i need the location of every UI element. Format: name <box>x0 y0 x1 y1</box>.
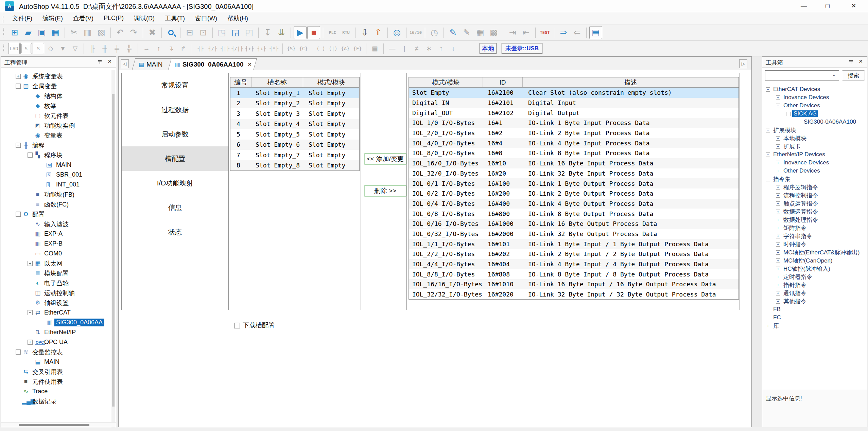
toolbox-tree-item[interactable]: +定时器指令 <box>762 273 864 281</box>
expand-icon[interactable]: − <box>776 104 780 108</box>
project-tree-hscrollbar[interactable] <box>1 422 116 427</box>
module-table-row[interactable]: IOL_0/2_I/O-Bytes16#200IO-Link 2 Byte Ou… <box>409 188 739 199</box>
config-nav-item[interactable]: 常规设置 <box>122 73 228 97</box>
edit-doc-button[interactable]: ✎ <box>460 26 473 39</box>
expand-icon[interactable]: − <box>16 212 21 217</box>
tree-item[interactable]: ◐电子凸轮 <box>1 278 109 288</box>
window-config-button[interactable]: ◰ <box>243 26 256 39</box>
delete-button[interactable]: ✖ <box>146 26 159 39</box>
toolbox-tree-item[interactable]: +数据处理指令 <box>762 216 864 224</box>
paste-button[interactable]: ▧ <box>95 26 108 39</box>
toolbox-tree-item[interactable]: +字符串指令 <box>762 232 864 240</box>
toolbox-tree-item[interactable]: +数据运算指令 <box>762 208 864 216</box>
tree-item[interactable]: ≣模块配置 <box>1 268 109 278</box>
add-change-button[interactable]: << 添加/变更 <box>364 153 406 165</box>
tree-item[interactable]: ◆枚举 <box>1 101 109 111</box>
module-table-row[interactable]: Digital_OUT16#2102Digital Output <box>409 108 739 118</box>
tree-item[interactable]: −╫编程 <box>1 140 109 150</box>
tree-item[interactable]: ▥EXP-B <box>1 239 109 249</box>
line-up-button[interactable]: ↑ <box>153 43 164 54</box>
line-right-button[interactable]: → <box>141 43 152 54</box>
toolbox-tree-item[interactable]: +本地模块 <box>762 134 864 142</box>
expand-icon[interactable]: + <box>776 267 780 271</box>
config-nav-item[interactable]: 过程数据 <box>122 97 228 122</box>
project-tree-scrollbar[interactable] <box>111 70 115 431</box>
window-export-button[interactable]: ◲ <box>229 26 242 39</box>
logout-button[interactable]: ⇐ <box>571 26 584 39</box>
tree-item[interactable]: ◆结构体 <box>1 91 109 101</box>
slot-table-row[interactable]: 7Slot Empty_7Slot Empty <box>230 150 359 160</box>
tree-item[interactable]: ▤MAIN <box>1 357 109 367</box>
contact-nc-button[interactable]: ┤/├ <box>207 43 219 54</box>
config-nav-selected[interactable]: 槽配置 <box>122 146 228 171</box>
remove-row-button[interactable]: ⇤ <box>520 26 533 39</box>
compare-list-button[interactable]: ⇊ <box>275 26 288 39</box>
branch-close-button[interactable]: ╫ <box>99 43 110 54</box>
module-table-row[interactable]: IOL_32/32_I/O-Bytes16#2020IO-Link 32 Byt… <box>409 289 739 300</box>
module-table-row[interactable]: IOL_1/0_I/O-Bytes16#1IO-Link 1 Byte Inpu… <box>409 118 739 128</box>
config-nav-item[interactable]: 启动参数 <box>122 122 228 146</box>
print-button[interactable]: ⊡ <box>197 26 210 39</box>
expand-icon[interactable]: + <box>766 324 770 328</box>
module-table-row[interactable]: IOL_32/0_I/O-Bytes16#20IO-Link 32 Byte I… <box>409 168 739 179</box>
expand-icon[interactable]: + <box>776 250 780 255</box>
close-button[interactable]: ✕ <box>839 0 868 12</box>
config-nav-item[interactable]: 状态 <box>122 220 228 244</box>
module-table-row[interactable]: IOL_16/16_I/O-Bytes16#1010IO-Link 16 Byt… <box>409 279 739 289</box>
toolbox-tree-item[interactable]: −扩展模块 <box>762 126 864 134</box>
config-nav-item[interactable]: I/O功能映射 <box>122 171 228 195</box>
coil-set-button[interactable]: {S} <box>285 43 297 54</box>
expand-icon[interactable]: − <box>766 128 770 132</box>
toolbox-tree-item[interactable]: +流程控制指令 <box>762 191 864 199</box>
module-table-row[interactable]: IOL_4/0_I/O-Bytes16#4IO-Link 4 Byte Inpu… <box>409 138 739 148</box>
chevron-down-icon[interactable]: ⌄ <box>832 71 836 77</box>
download-slot-config-checkbox[interactable] <box>234 323 240 328</box>
expand-icon[interactable]: + <box>776 258 780 263</box>
expand-icon[interactable]: + <box>776 136 780 141</box>
contact-any-button[interactable]: ┤*├ <box>268 43 280 54</box>
slot-table-row[interactable]: 1Slot Empty_1Slot Empty <box>230 88 359 98</box>
toolbox-tree-item[interactable]: −Other Devices <box>762 102 864 110</box>
toolbox-tree-item[interactable]: +HC轴控(脉冲输入) <box>762 265 864 273</box>
import-list-button[interactable]: ↧ <box>261 26 274 39</box>
expand-icon[interactable]: − <box>766 177 770 181</box>
expand-icon[interactable]: − <box>28 310 33 315</box>
branch-parallel-button[interactable]: ╪ <box>111 43 123 54</box>
tab-scroll-left-button[interactable]: ◁ <box>121 59 129 68</box>
vline-button[interactable]: | <box>399 43 410 54</box>
toolbox-tree-item[interactable]: +MC轴控(EtherCAT&脉冲输出) <box>762 248 864 256</box>
tree-item[interactable]: ▥SIG300_0A06AA <box>1 318 109 327</box>
tree-item[interactable]: ◫运动控制轴 <box>1 288 109 298</box>
toolbox-tree-item[interactable]: +MC轴控(CanOpen) <box>762 256 864 265</box>
scrollbar-thumb[interactable] <box>19 424 89 426</box>
slot-table-row[interactable]: 4Slot Empty_4Slot Empty <box>230 119 359 129</box>
coil-out-button[interactable]: ( ) <box>315 43 327 54</box>
usb-test-button[interactable]: TEST <box>538 26 551 39</box>
toolbox-tree-item[interactable]: +触点运算指令 <box>762 199 864 208</box>
tab-main[interactable]: ▤ MAIN <box>132 58 172 70</box>
expand-icon[interactable]: + <box>776 144 780 149</box>
contact-nc2-button[interactable]: ┤/|├ <box>231 43 243 54</box>
tree-item[interactable]: −▤全局变量 <box>1 81 109 91</box>
expand-icon[interactable]: − <box>766 87 770 92</box>
stop-button[interactable]: ■ <box>307 26 320 39</box>
tree-item[interactable]: ▂▄▆数据记录 <box>1 396 109 406</box>
expand-icon[interactable]: + <box>776 234 780 238</box>
tree-item[interactable]: ∿Trace <box>1 387 109 396</box>
module-table-row[interactable]: Slot Empty16#2100Clear Slot (also constr… <box>409 88 739 98</box>
sfc-block-button[interactable]: S <box>33 43 44 54</box>
slot-table-row[interactable]: 6Slot Empty_6Slot Empty <box>230 140 359 150</box>
toolbox-tree-item[interactable]: +扩展卡 <box>762 142 864 150</box>
not-line-button[interactable]: ≠ <box>411 43 422 54</box>
expand-icon[interactable]: + <box>776 291 780 295</box>
close-icon[interactable]: ✕ <box>858 58 863 65</box>
function-block-button[interactable]: ▤ <box>369 43 381 54</box>
step-filled-button[interactable]: ▼ <box>57 43 69 54</box>
slot-table-row[interactable]: 8Slot Empty_8Slot Empty <box>230 160 359 171</box>
tree-item[interactable]: +◉系统变量表 <box>1 71 109 81</box>
pin-icon[interactable] <box>848 59 854 65</box>
module-table-row[interactable]: IOL_8/8_I/O-Bytes16#808IO-Link 8 Byte In… <box>409 269 739 279</box>
lad-editor-button[interactable]: LAD <box>8 43 20 54</box>
tree-item[interactable]: ▭COM0 <box>1 249 109 258</box>
device-monitor-button[interactable]: ▤ <box>589 26 602 39</box>
